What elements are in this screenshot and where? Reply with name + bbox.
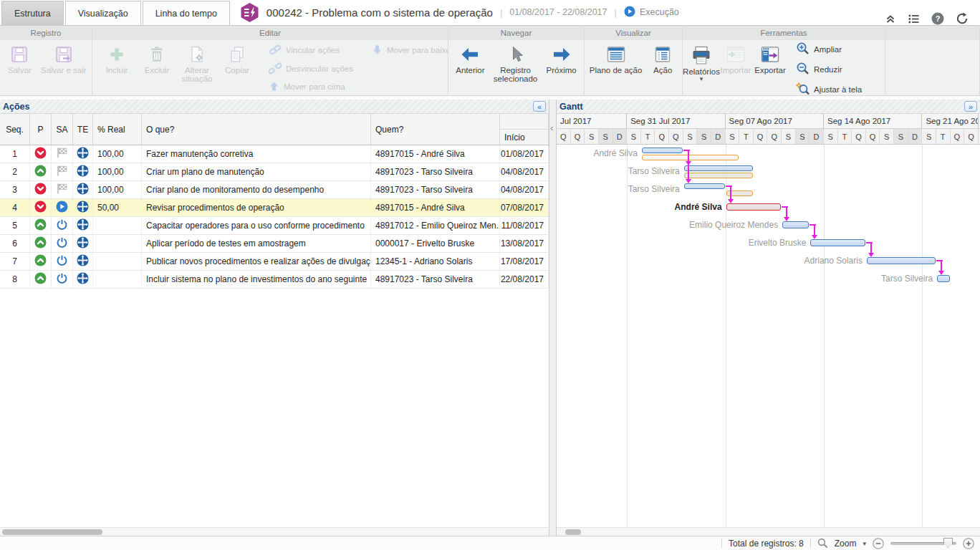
- cell-who: 48917015 - André Silva: [371, 145, 500, 163]
- separator: |: [615, 7, 617, 18]
- ribbon-button-plano-de-acao[interactable]: Plano de ação: [587, 42, 645, 95]
- gantt-bar-blue[interactable]: [810, 239, 865, 246]
- cell-what: Capacitar operadores para o uso conforme…: [142, 217, 371, 234]
- zoom-out-button[interactable]: [873, 538, 884, 549]
- collapse-ribbon-icon[interactable]: [885, 13, 896, 24]
- gantt-bar-red[interactable]: [726, 203, 782, 211]
- refresh-icon[interactable]: [956, 12, 969, 25]
- column-header-seq[interactable]: Seq.: [0, 114, 30, 145]
- tab-estrutura[interactable]: Estrutura: [1, 1, 64, 25]
- ribbon-button-importar[interactable]: Importar: [719, 42, 753, 95]
- cell-situation: [52, 253, 73, 270]
- cell-priority: [30, 199, 52, 216]
- actions-hscrollbar[interactable]: [0, 527, 549, 536]
- cell-who: 48917023 - Tarso Silveira: [371, 271, 500, 288]
- zoom-dropdown[interactable]: Zoom: [835, 539, 857, 549]
- ribbon-button-registro-selecionado[interactable]: Registro selecionado: [491, 42, 540, 95]
- ribbon-button-alterar-situacao[interactable]: Alterar situação: [180, 42, 214, 95]
- zoom-slider-thumb[interactable]: [943, 538, 953, 548]
- table-row[interactable]: 7Publicar novos procedimentos e realizar…: [0, 253, 549, 271]
- column-header-p[interactable]: P: [30, 114, 52, 145]
- window-tools: ?: [885, 12, 969, 25]
- ribbon-button-mover-para-baixo[interactable]: Mover para baixo: [372, 44, 448, 57]
- gantt-bar-blue[interactable]: [642, 148, 683, 153]
- cell-priority: [30, 217, 52, 234]
- help-icon[interactable]: ?: [931, 12, 944, 25]
- gantt-day-cell: S: [726, 129, 740, 144]
- ribbon-button-ampliar[interactable]: Ampliar: [796, 42, 880, 57]
- status-finished-flag-icon: [56, 147, 68, 161]
- tab-visualizacao[interactable]: Visualização: [65, 1, 141, 25]
- collapse-panel-button[interactable]: «: [533, 101, 546, 112]
- ribbon-button-incluir[interactable]: Incluir: [100, 42, 134, 95]
- table-row[interactable]: 8Incluir sistema no plano de investiment…: [0, 271, 549, 289]
- column-header-te[interactable]: TE: [73, 114, 93, 145]
- ribbon-button-salvar-e-sair[interactable]: Salvar e sair: [38, 42, 90, 95]
- column-header-o-que[interactable]: O que?: [142, 114, 371, 145]
- view-list-icon[interactable]: [908, 13, 920, 25]
- zoom-in-button[interactable]: [963, 538, 974, 549]
- cell-situation: [52, 145, 73, 163]
- ribbon-button-reduzir[interactable]: Reduzir: [796, 62, 880, 77]
- ribbon-group-content: SalvarSalvar e sair: [0, 40, 92, 95]
- ribbon-button-label: Mover para baixo: [387, 46, 448, 54]
- dependency-arrowhead-icon: [728, 199, 734, 203]
- table-row[interactable]: 6Aplicar período de testes em amostragem…: [0, 235, 549, 253]
- ribbon-stack-row: Mover para cima: [269, 81, 448, 93]
- splitter-collapse-handle[interactable]: ‹: [550, 122, 553, 133]
- ribbon-button-excluir[interactable]: Excluir: [140, 42, 174, 95]
- cell-percent-real: [93, 235, 142, 252]
- tab-linha-do-tempo[interactable]: Linha do tempo: [143, 1, 230, 25]
- gantt-bar-blue[interactable]: [684, 165, 753, 171]
- cell-what: Incluir sistema no plano de investimento…: [142, 271, 371, 288]
- column-header-quem[interactable]: Quem?: [371, 114, 500, 145]
- column-header-sa[interactable]: SA: [52, 114, 73, 145]
- gantt-bar-blue[interactable]: [782, 221, 809, 228]
- ribbon-button-mover-para-cima[interactable]: Mover para cima: [269, 81, 353, 93]
- gantt-bar-blue[interactable]: [867, 257, 936, 264]
- top-bar: EstruturaVisualizaçãoLinha do tempo 0002…: [0, 0, 980, 26]
- table-row[interactable]: 2100,00Criar um plano de manutenção48917…: [0, 163, 549, 181]
- scrollbar-thumb[interactable]: [565, 529, 581, 535]
- gantt-bar-blue[interactable]: [937, 275, 950, 282]
- zoom-caret-icon[interactable]: ▾: [863, 540, 866, 547]
- ribbon-button-anterior[interactable]: Anterior: [453, 42, 487, 95]
- record-date-range: 01/08/2017 - 22/08/2017: [509, 7, 607, 17]
- ribbon-button-exportar[interactable]: Exportar: [753, 42, 787, 95]
- ribbon-group-title: Registro: [0, 26, 92, 40]
- gantt-day-cell: S: [627, 129, 641, 144]
- cell-priority: [30, 181, 52, 198]
- ribbon-button-label: Salvar e sair: [41, 66, 87, 74]
- gantt-bar-orange[interactable]: [684, 173, 753, 178]
- gantt-bar-blue[interactable]: [684, 183, 725, 189]
- ribbon-button-proximo[interactable]: Próximo: [544, 42, 580, 95]
- dependency-arrowhead-icon: [784, 217, 789, 221]
- cell-percent-real: [93, 217, 142, 234]
- table-row[interactable]: 450,00Revisar procedimentos de operação4…: [0, 199, 549, 217]
- panel-splitter[interactable]: ‹: [549, 100, 557, 536]
- column-header-inicio[interactable]: Início: [500, 114, 549, 145]
- priority-green-up-icon: [34, 254, 47, 269]
- gantt-hscrollbar[interactable]: [557, 527, 980, 536]
- cell-percent-real: [93, 253, 142, 270]
- ribbon-button-relatorios[interactable]: Relatórios▾: [684, 42, 719, 95]
- ribbon-button-vincular-acoes[interactable]: Vincular ações: [269, 44, 353, 57]
- ribbon-button-desvincular-acoes[interactable]: Desvincular ações: [269, 62, 353, 76]
- ribbon-group-content: Plano de açãoAção: [585, 40, 682, 95]
- table-row[interactable]: 5Capacitar operadores para o uso conform…: [0, 217, 549, 235]
- expand-panel-button[interactable]: »: [964, 101, 977, 112]
- scrollbar-thumb[interactable]: [2, 529, 102, 535]
- ribbon-button-salvar[interactable]: Salvar: [2, 42, 37, 95]
- execution-time-icon: [77, 236, 89, 251]
- table-row[interactable]: 1100,00Fazer manutenção corretiva4891701…: [0, 145, 549, 163]
- ribbon-button-ajustar-a-tela[interactable]: Ajustar à tela: [796, 82, 880, 95]
- gantt-bar-orange[interactable]: [642, 155, 739, 160]
- gantt-row-label: Adriano Solaris: [804, 252, 863, 270]
- ribbon-button-acao[interactable]: Ação: [645, 42, 680, 95]
- ribbon-group-spacer: [885, 26, 980, 95]
- table-row[interactable]: 3100,00Criar plano de monitoramento do d…: [0, 181, 549, 199]
- gantt-row-label: Emilio Queiroz Mendes: [689, 216, 778, 234]
- zoom-slider[interactable]: [890, 538, 956, 549]
- column-header-real[interactable]: % Real: [93, 114, 142, 145]
- ribbon-button-copiar[interactable]: Copiar: [220, 42, 254, 95]
